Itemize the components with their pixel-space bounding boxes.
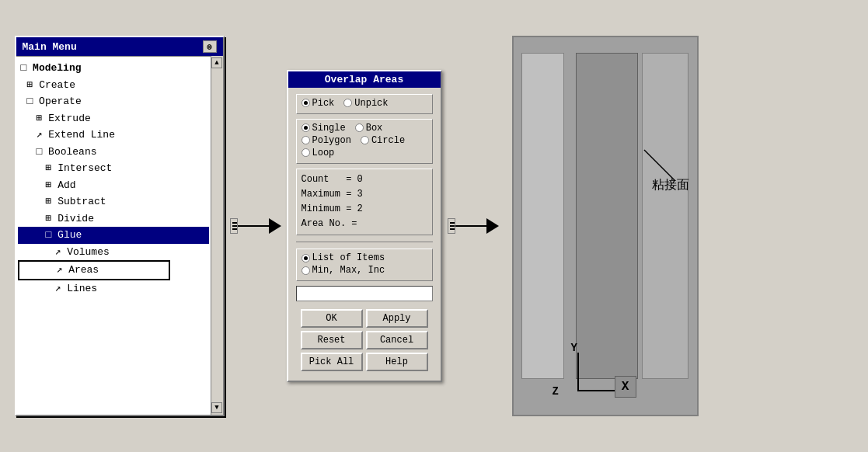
pick-all-button[interactable]: Pick All [301,353,363,371]
sidebar-item-glue[interactable]: □ Glue [18,227,209,244]
box-radio-circle[interactable] [355,123,364,132]
selection-type-section: Single Box Polygon Circle [296,119,433,164]
unpick-radio[interactable]: Unpick [343,98,388,109]
maximum-label: Maximum [302,189,340,200]
loop-radio-circle[interactable] [302,148,310,157]
pick-label: Pick [312,98,335,109]
viewport-panel-left [521,53,564,379]
minimum-label: Minimum [302,203,340,214]
single-radio-circle[interactable] [302,123,310,132]
z-axis-label: Z [553,385,559,398]
x-axis-label: X [615,376,636,398]
viewport-panel-far [642,53,688,379]
circle-radio-circle[interactable] [361,136,369,144]
dialog-body: Pick Unpick Single B [288,88,441,381]
handle-line [232,228,237,230]
minimum-row: Minimum = 2 [302,202,427,217]
arrow-head-2 [486,218,499,234]
area-no-value: = [351,218,357,229]
area-no-row: Area No. = [302,217,427,231]
arrow-shape-1 [230,218,281,234]
leader-line [629,146,691,185]
titlebar-close-btn[interactable]: ⊗ [203,40,217,53]
y-axis-line [577,353,579,391]
sidebar-item-create[interactable]: ⊞ Create [18,77,209,94]
sidebar-item-divide[interactable]: ⊞ Divide [18,210,209,228]
maximum-row: Maximum = 3 [302,187,427,202]
ok-button[interactable]: OK [301,309,363,328]
scroll-track [211,68,222,402]
list-section: List of Items Min, Max, Inc [296,249,433,281]
arrow-line-2 [455,225,486,227]
area-no-label: Area No. [302,218,347,229]
unpick-radio-circle[interactable] [343,99,352,107]
list-radio-circle[interactable] [302,254,310,263]
sidebar-item-modeling[interactable]: □ Modeling [18,60,209,77]
cancel-button[interactable]: Cancel [366,331,428,349]
help-button[interactable]: Help [366,353,428,371]
box-radio[interactable]: Box [355,123,383,134]
handle-line [232,222,237,224]
count-row: Count = 0 [302,172,427,187]
arrow-shape-2 [448,218,499,234]
dialog-title: Overlap Areas [288,71,441,88]
y-axis-label: Y [571,342,577,354]
value-input[interactable] [296,286,433,301]
sidebar-item-extend-line[interactable]: ↗ Extend Line [18,127,209,144]
polygon-label: Polygon [312,135,351,146]
reset-button[interactable]: Reset [301,331,363,349]
arrow-line-1 [238,225,269,227]
polygon-circle-row: Polygon Circle [302,135,427,146]
list-row: List of Items [302,252,427,263]
svg-line-0 [644,150,675,181]
sidebar-item-lines[interactable]: ↗ Lines [18,280,209,297]
sidebar-item-operate[interactable]: □ Operate [18,93,209,110]
divider-1 [296,242,433,242]
handle-line-2c [450,228,455,230]
single-label: Single [312,123,346,134]
polygon-radio[interactable]: Polygon [302,135,351,146]
arrow-shaft-2 [455,218,499,234]
list-radio[interactable]: List of Items [302,252,385,263]
input-section [296,286,433,301]
scroll-up-btn[interactable]: ▲ [211,57,222,68]
main-container: Main Menu ⊗ □ Modeling ⊞ Create □ Operat… [7,9,862,443]
polygon-radio-circle[interactable] [302,136,310,144]
arrow-head-1 [269,218,281,234]
loop-radio[interactable]: Loop [302,148,335,158]
pick-radio[interactable]: Pick [302,98,335,109]
arrow-2 [442,218,504,234]
single-radio[interactable]: Single [302,123,346,134]
unpick-label: Unpick [354,98,388,109]
apply-button[interactable]: Apply [366,309,428,328]
minmaxinc-radio-circle[interactable] [302,266,310,275]
sidebar-item-volumes[interactable]: ↗ Volumes [18,244,209,261]
sidebar-item-add[interactable]: ⊞ Add [18,177,209,194]
handle-line [232,225,237,227]
sidebar-item-intersect[interactable]: ⊞ Intersect [18,160,209,177]
handle-line-2a [450,222,455,224]
list-label: List of Items [312,252,385,263]
pick-radio-circle[interactable] [302,99,310,107]
single-box-row: Single Box [302,123,427,134]
3d-viewport: 粘接面 Y Z X [512,36,699,416]
sidebar-item-subtract[interactable]: ⊞ Subtract [18,193,209,210]
sidebar-item-areas[interactable]: ↗ Areas [18,260,170,280]
arrow-1 [225,218,287,234]
arrow-shaft-1 [238,218,281,234]
minmaxinc-radio[interactable]: Min, Max, Inc [302,265,385,276]
sidebar-item-extrude[interactable]: ⊞ Extrude [18,110,209,127]
arrow-handle-1 [230,218,238,234]
arrow-handle-2 [448,218,455,234]
scroll-down-btn[interactable]: ▼ [211,402,222,413]
box-label: Box [366,123,383,134]
menu-scrollbar[interactable]: ▲ ▼ [211,56,223,415]
sidebar-item-booleans[interactable]: □ Booleans [18,144,209,161]
loop-row: Loop [302,148,427,158]
main-menu-panel: Main Menu ⊗ □ Modeling ⊞ Create □ Operat… [15,36,225,416]
circle-radio[interactable]: Circle [361,135,405,146]
count-value: = 0 [346,174,363,185]
maximum-value: = 3 [346,189,363,200]
main-menu-titlebar: Main Menu ⊗ [16,37,223,56]
menu-content: □ Modeling ⊞ Create □ Operate ⊞ Extrude … [16,56,211,415]
